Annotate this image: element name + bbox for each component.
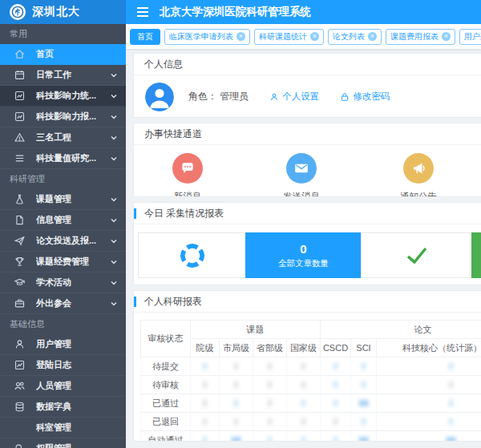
- table-cell[interactable]: 8: [377, 413, 481, 431]
- redacted-value: 88: [358, 435, 368, 442]
- sidebar-item-label: 权限管理: [36, 442, 118, 448]
- person-icon: [269, 92, 279, 102]
- table-cell[interactable]: 88: [351, 394, 377, 413]
- table-cell[interactable]: 8: [253, 357, 287, 376]
- sidebar-item-1-5[interactable]: 外出参会: [0, 293, 126, 314]
- table-cell[interactable]: 8: [253, 413, 287, 431]
- row-status-label: 待审核: [141, 376, 191, 394]
- sidebar-item-1-2[interactable]: 论文投送及报...: [0, 231, 126, 252]
- sidebar-item-label: 科室管理: [36, 422, 118, 434]
- sidebar-item-1-3[interactable]: 课题经费管理: [0, 252, 126, 272]
- redacted-value: 8: [333, 417, 338, 426]
- sidebar-item-0-1[interactable]: 日常工作: [0, 65, 126, 86]
- redacted-value: 8: [202, 435, 207, 442]
- quick-channel-0[interactable]: 新消息: [172, 153, 203, 197]
- menu-toggle-button[interactable]: [126, 0, 160, 24]
- change-password-link[interactable]: 修改密码: [340, 91, 390, 103]
- quick-channels-card: 办事快捷通道 新消息发送消息通知公告: [133, 123, 481, 197]
- table-cell[interactable]: 8: [191, 413, 220, 431]
- sidebar-item-1-4[interactable]: 学术活动: [0, 272, 126, 293]
- sidebar-item-0-3[interactable]: 科技影响力报...: [0, 107, 126, 127]
- table-cell[interactable]: 88: [220, 431, 253, 442]
- redacted-value: 8: [448, 361, 453, 371]
- tab-4[interactable]: 课题费用报表×: [386, 29, 455, 45]
- table-cell[interactable]: 8: [377, 376, 481, 394]
- sidebar-item-2-2[interactable]: 人员管理: [0, 376, 126, 397]
- tab-close-icon[interactable]: ×: [310, 32, 319, 41]
- table-cell[interactable]: 8: [321, 376, 351, 394]
- table-cell[interactable]: 8: [321, 357, 351, 376]
- table-cell[interactable]: 8: [287, 431, 321, 442]
- today-cell-fill[interactable]: [471, 232, 481, 278]
- tab-0[interactable]: 首页: [130, 29, 160, 45]
- sidebar-item-2-0[interactable]: 用户管理: [0, 334, 126, 355]
- sidebar-item-2-4[interactable]: 科室管理: [0, 418, 126, 438]
- redacted-value: 8: [361, 380, 366, 389]
- table-cell[interactable]: 8: [253, 376, 287, 394]
- sidebar-item-label: 学术活动: [36, 276, 110, 289]
- sidebar-item-2-3[interactable]: 数据字典: [0, 397, 126, 418]
- redacted-value: 8: [333, 361, 338, 371]
- tab-close-icon[interactable]: ×: [368, 32, 377, 41]
- table-cell[interactable]: 8: [191, 431, 220, 442]
- redacted-value: 8: [448, 417, 453, 426]
- sidebar-item-2-5[interactable]: 权限管理: [0, 438, 126, 448]
- quick-channel-2[interactable]: 通知公告: [400, 153, 437, 197]
- row-status-label: 已退回: [141, 413, 191, 431]
- sidebar-item-0-2[interactable]: 科技影响力统...: [0, 86, 126, 107]
- today-cell-check[interactable]: [361, 232, 472, 278]
- tab-3[interactable]: 论文列表×: [328, 29, 382, 45]
- today-cell-stat[interactable]: 0全部文章数量: [245, 232, 362, 278]
- table-cell[interactable]: 8: [287, 357, 321, 376]
- table-cell[interactable]: 8: [191, 394, 220, 413]
- sidebar-item-2-1[interactable]: 登陆日志: [0, 355, 126, 376]
- sidebar-item-1-0[interactable]: 课题管理: [0, 189, 126, 210]
- tab-1[interactable]: 临床医学申请列表×: [164, 29, 250, 45]
- sidebar-item-0-5[interactable]: 科技量值研究...: [0, 148, 126, 169]
- table-cell[interactable]: 8: [220, 394, 253, 413]
- sidebar-item-0-0[interactable]: 首页: [0, 44, 126, 65]
- table-cell[interactable]: 8: [220, 357, 253, 376]
- table-cell[interactable]: 8: [287, 376, 321, 394]
- tab-5[interactable]: 用户列表×: [459, 29, 481, 45]
- table-cell[interactable]: 8: [287, 394, 321, 413]
- sidebar-item-0-4[interactable]: 三名工程: [0, 127, 126, 148]
- table-cell[interactable]: 8: [220, 376, 253, 394]
- table-cell[interactable]: 8: [377, 394, 481, 413]
- chevron-down-icon: [110, 300, 118, 308]
- quick-channel-label: 通知公告: [400, 191, 437, 197]
- none: [14, 422, 26, 434]
- table-cell[interactable]: 8: [351, 357, 377, 376]
- sidebar-item-label: 信息管理: [36, 214, 110, 226]
- table-cell[interactable]: 88: [351, 431, 377, 442]
- personal-info-body: 角色： 管理员 个人设置 修改密码: [134, 75, 481, 118]
- quick-channels-body: 新消息发送消息通知公告: [134, 145, 481, 197]
- table-cell[interactable]: 8: [321, 431, 351, 442]
- table-cell[interactable]: 8: [191, 376, 220, 394]
- tab-close-icon[interactable]: ×: [442, 32, 451, 41]
- table-cell[interactable]: 8: [220, 413, 253, 431]
- table-row: 待审核8888888: [141, 376, 481, 394]
- personal-settings-link[interactable]: 个人设置: [269, 91, 319, 103]
- table-cell[interactable]: 8: [287, 413, 321, 431]
- table-cell[interactable]: 8: [377, 357, 481, 376]
- tab-close-icon[interactable]: ×: [236, 32, 245, 41]
- sidebar-item-label: 科技影响力报...: [36, 111, 110, 123]
- table-cell[interactable]: 8: [351, 413, 377, 431]
- avatar[interactable]: [145, 83, 174, 111]
- trophy-icon: [14, 256, 26, 268]
- logo-area[interactable]: 深圳北大: [0, 0, 126, 24]
- table-cell[interactable]: 8: [351, 376, 377, 394]
- table-cell[interactable]: 88: [377, 431, 481, 442]
- tab-bar: 首页临床医学申请列表×科研课题统计×论文列表×课题费用报表×用户列表×: [126, 24, 481, 49]
- today-cell-spinner[interactable]: [138, 232, 246, 278]
- table-cell[interactable]: 8: [191, 357, 220, 376]
- sidebar-item-1-1[interactable]: 信息管理: [0, 210, 126, 231]
- warning-icon: [14, 131, 26, 143]
- table-cell[interactable]: 8: [253, 394, 287, 413]
- table-cell[interactable]: 8: [321, 413, 351, 431]
- table-cell[interactable]: 8: [253, 431, 287, 442]
- table-cell[interactable]: 8: [321, 394, 351, 413]
- quick-channel-1[interactable]: 发送消息: [283, 153, 320, 197]
- tab-2[interactable]: 科研课题统计×: [254, 29, 324, 45]
